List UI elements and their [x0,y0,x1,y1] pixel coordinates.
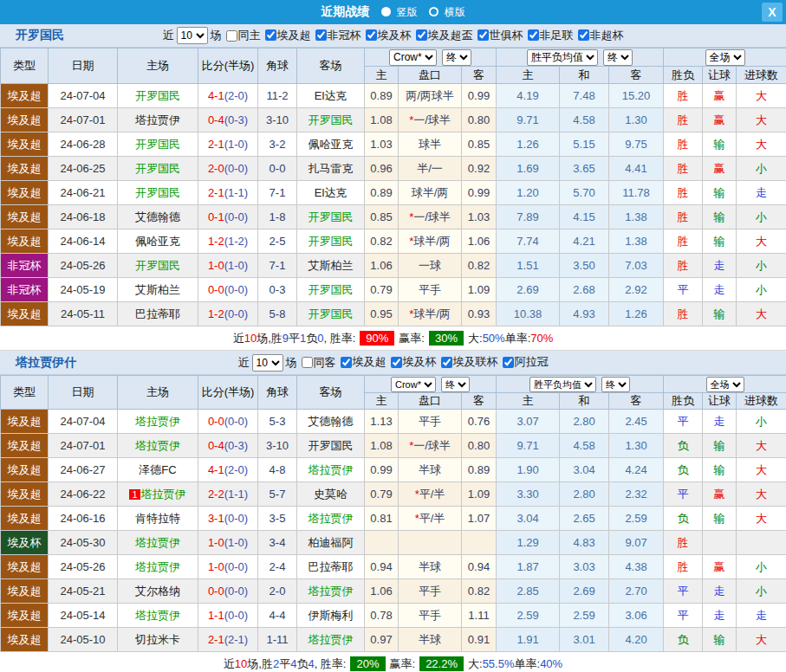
home-team-name[interactable]: 塔拉贾伊 [135,439,180,452]
home-team-name[interactable]: 开罗国民 [135,138,180,151]
league-filter[interactable]: 世俱杯 [477,28,523,43]
league-filter[interactable]: 埃及超 [265,28,311,43]
away-team-name[interactable]: 柏迪福阿 [309,536,354,549]
league-filter[interactable]: 埃及超盃 [416,28,473,43]
odds-final-select[interactable]: 终 [442,49,471,66]
away-team-name[interactable]: 开罗国民 [309,307,354,320]
same-venue-filter[interactable]: 同客 [302,355,336,371]
league-filter[interactable]: 埃及杯 [391,354,437,370]
home-team-name[interactable]: 巴拉蒂耶 [135,307,180,320]
away-team-name[interactable]: 开罗国民 [309,439,354,452]
league-checkbox[interactable] [528,29,539,41]
match-row: 埃及超24-06-25开罗国民2-0(0-0)0-0扎马雷克0.96半/一0.9… [1,157,786,181]
home-team-name[interactable]: 艾斯柏兰 [135,283,180,296]
home-team-name[interactable]: 开罗国民 [135,89,180,102]
away-team-name[interactable]: 史莫哈 [314,488,348,501]
fulltime-score: 1-0 [208,536,224,549]
wdl-final-select[interactable]: 终 [603,49,633,66]
odds-company-select[interactable]: Crow* [389,49,437,66]
league-checkbox[interactable] [503,357,514,368]
away-team-name[interactable]: 开罗国民 [309,210,354,223]
league-checkbox[interactable] [315,29,327,41]
league-filter[interactable]: 非超杯 [578,28,624,43]
league-filter[interactable]: 非冠杯 [315,28,361,43]
away-team-name[interactable]: 扎马雷克 [309,162,354,175]
league-checkbox[interactable] [477,29,489,41]
layout-vertical-radio-icon[interactable] [381,7,391,16]
league-checkbox[interactable] [265,29,276,41]
home-team-name[interactable]: 开罗国民 [135,259,180,272]
halftime-score: (0-0) [224,512,248,525]
col-away: 客场 [297,48,365,84]
league-filter[interactable]: 非足联 [528,28,574,43]
league-filter[interactable]: 阿拉冠 [503,354,549,370]
home-team-name[interactable]: 塔拉贾伊 [135,415,180,428]
away-team-name[interactable]: 佩哈亚克 [309,138,354,151]
home-team-name[interactable]: 塔拉贾伊 [135,609,180,622]
summary-segment: , 胜率: [315,656,347,672]
odds-final-select[interactable]: 终 [441,377,470,392]
league-checkbox[interactable] [341,357,352,368]
odds-company-select[interactable]: Crow* [391,377,436,392]
away-team-name[interactable]: 艾斯柏兰 [309,259,354,272]
away-team-name[interactable]: 塔拉贾伊 [309,512,354,525]
match-count-select[interactable]: 10 [252,354,283,372]
home-team-name[interactable]: 塔拉贾伊 [135,560,180,573]
draw-mean-cell: 3.03 [560,555,609,579]
wdl-mean-select[interactable]: 胜平负均值 [529,377,596,392]
result-cell: 胜 [664,302,703,326]
home-team-name[interactable]: 塔拉贾伊 [141,488,186,501]
league-filter[interactable]: 埃及超 [341,354,387,370]
home-team-name[interactable]: 开罗国民 [135,186,180,199]
home-team-name[interactable]: 塔拉贾伊 [135,536,180,549]
layout-horizontal-radio-icon[interactable] [429,7,438,16]
away-team-name[interactable]: 塔拉贾伊 [309,463,354,476]
away-team-name[interactable]: 塔拉贾伊 [309,585,354,598]
halftime-score: (1-2) [224,235,248,248]
home-team-name[interactable]: 艾尔格纳 [135,585,180,598]
matches-label: 场 [211,28,222,43]
summary-segment: , 胜率: [323,331,355,346]
away-odds-cell: 0.85 [462,132,497,157]
league-filter[interactable]: 埃及杯 [366,28,412,43]
match-count-select[interactable]: 10 [177,27,208,44]
same-venue-checkbox[interactable] [302,357,313,368]
away-team-name[interactable]: 塔拉贾伊 [309,633,354,646]
away-team-name[interactable]: 开罗国民 [309,283,354,296]
scope-select[interactable]: 全场 [705,49,745,66]
away-team-name[interactable]: 开罗国民 [309,235,354,248]
wdl-mean-select[interactable]: 胜平负均值 [527,49,598,66]
league-checkbox[interactable] [441,357,452,368]
league-checkbox[interactable] [391,357,402,368]
away-team-name[interactable]: El达克 [315,89,348,102]
col-odds-home: 主 [365,393,399,410]
close-icon[interactable]: X [762,3,783,22]
draw-mean-cell: 4.58 [560,434,609,458]
home-team-name[interactable]: 塔拉贾伊 [135,113,180,126]
same-venue-checkbox[interactable] [226,30,237,42]
wdl-final-select[interactable]: 终 [601,377,630,392]
away-team-name[interactable]: 伊斯梅利 [309,609,354,622]
same-venue-filter[interactable]: 同主 [226,28,261,43]
home-team-name[interactable]: 肯特拉特 [135,512,180,525]
corner-cell: 5-3 [258,410,297,434]
home-team-name[interactable]: 切拉米卡 [135,633,180,646]
away-odds-cell: 1.09 [462,278,497,302]
layout-horizontal-label[interactable]: 横版 [445,6,465,18]
home-team-name[interactable]: 佩哈亚克 [135,235,180,248]
away-team-name[interactable]: 巴拉蒂耶 [309,560,354,573]
league-checkbox[interactable] [578,29,589,41]
home-team-name[interactable]: 艾德翰德 [135,210,180,223]
wdl-group-header: 胜平负均值终 [497,376,664,393]
league-filter[interactable]: 埃及联杯 [441,354,498,370]
scope-select[interactable]: 全场 [706,377,744,392]
league-checkbox[interactable] [366,29,377,41]
home-team-name[interactable]: 泽德FC [139,463,176,476]
league-checkbox[interactable] [416,29,427,41]
away-team-name[interactable]: 开罗国民 [309,113,354,126]
away-team-name[interactable]: El达克 [315,186,348,199]
home-team-name[interactable]: 开罗国民 [135,162,180,175]
away-team-name[interactable]: 艾德翰德 [309,415,354,428]
result-cell: 负 [664,458,703,482]
layout-vertical-label[interactable]: 竖版 [397,6,418,18]
